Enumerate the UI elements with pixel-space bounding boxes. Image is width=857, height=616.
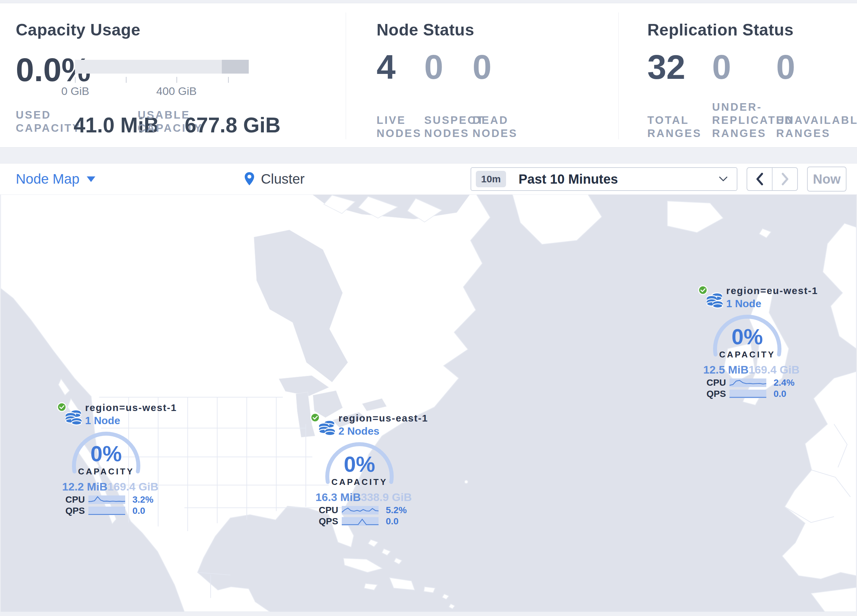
cpu-sparkline [342, 506, 379, 514]
usable-capacity-value: 677.8 GiB [185, 113, 281, 137]
region-total-capacity: 338.9 GiB [361, 491, 412, 504]
time-window-label: Past 10 Minutes [518, 172, 718, 187]
capacity-bar-segment [222, 60, 249, 74]
time-window-selector[interactable]: 10m Past 10 Minutes [470, 167, 737, 191]
cpu-label: CPU [707, 377, 727, 388]
qps-value: 0.0 [132, 506, 145, 516]
qps-sparkline [342, 517, 379, 526]
axis-tick [176, 77, 177, 83]
total-ranges-label: TOTAL RANGES [647, 114, 702, 140]
axis-tick [126, 77, 127, 83]
suspect-nodes-count: 0 [424, 50, 443, 84]
unavailable-label: UNAVAILABLE RANGES [776, 114, 857, 140]
gauge-caption: CAPACITY [331, 477, 388, 487]
capacity-gauge: 0% CAPACITY [57, 429, 155, 479]
dead-nodes-label: DEAD NODES [473, 114, 518, 140]
axis-tick [228, 77, 229, 83]
live-nodes-count: 4 [377, 50, 396, 84]
time-controls: 10m Past 10 Minutes Now [470, 164, 846, 195]
cpu-value: 2.4% [773, 377, 795, 388]
qps-label: QPS [707, 389, 727, 399]
divider [346, 12, 346, 139]
axis-tick-label: 400 GiB [144, 85, 209, 97]
gauge-caption: CAPACITY [78, 466, 135, 476]
puerto-rico [424, 587, 435, 593]
region-used-capacity: 12.5 MiB [703, 363, 749, 376]
region-node-count: 2 Nodes [339, 425, 379, 437]
used-capacity-label: USED CAPACITY [16, 108, 81, 135]
region-node-count: 1 Node [85, 415, 120, 427]
region-name: region=us-east-1 [339, 413, 428, 424]
chevron-right-icon [781, 173, 789, 185]
gauge-caption: CAPACITY [719, 350, 775, 360]
capacity-gauge: 0% CAPACITY [698, 312, 797, 362]
qps-value: 0.0 [386, 516, 399, 526]
cpu-label: CPU [65, 494, 86, 505]
chevron-down-icon [87, 176, 95, 182]
node-map[interactable]: region=us-west-1 1 Node 0% CAPACITY 12.2… [0, 195, 857, 612]
axis-tick [75, 77, 76, 83]
region-node-count: 1 Node [726, 298, 761, 310]
gauge-percent: 0% [90, 442, 122, 466]
live-nodes-label: LIVE NODES [377, 114, 422, 140]
qps-sparkline [88, 506, 125, 515]
region-name: region=us-west-1 [85, 402, 177, 413]
breadcrumb-label: Cluster [261, 171, 305, 187]
divider [619, 12, 619, 139]
gauge-percent: 0% [732, 324, 763, 349]
gauge-percent: 0% [344, 452, 375, 476]
database-stack-icon [707, 290, 724, 309]
capacity-bar [75, 60, 249, 74]
axis-tick-label: 0 GiB [42, 85, 108, 97]
qps-label: QPS [65, 506, 86, 516]
cpu-value: 3.2% [132, 494, 153, 505]
cpu-label: CPU [319, 505, 339, 516]
region-name: region=eu-west-1 [726, 285, 818, 296]
qps-value: 0.0 [773, 389, 786, 399]
view-selector-dropdown[interactable]: Node Map [16, 164, 95, 195]
database-stack-icon [65, 408, 83, 426]
cpu-sparkline [730, 378, 766, 387]
map-toolbar: Node Map Cluster 10m Past 10 Minutes [0, 163, 857, 195]
unavailable-count: 0 [776, 50, 795, 84]
region-total-capacity: 169.4 GiB [107, 480, 158, 493]
cluster-summary-panel: Capacity Usage 0.0% 0 GiB 400 GiB USED C… [0, 3, 857, 148]
next-time-button[interactable] [772, 168, 797, 190]
now-button[interactable]: Now [807, 167, 846, 191]
qps-label: QPS [319, 516, 339, 526]
map-pin-icon [243, 170, 256, 188]
cpu-value: 5.2% [386, 505, 407, 516]
chevron-left-icon [755, 173, 764, 185]
total-ranges-count: 32 [647, 50, 685, 84]
under-replicated-count: 0 [712, 50, 731, 84]
region-used-capacity: 16.3 MiB [316, 491, 361, 504]
capacity-usage-title: Capacity Usage [16, 20, 140, 39]
breadcrumb[interactable]: Cluster [243, 164, 305, 195]
region-total-capacity: 169.4 GiB [749, 363, 800, 376]
prev-time-button[interactable] [747, 168, 772, 190]
replication-status-title: Replication Status [647, 20, 794, 39]
qps-sparkline [730, 390, 766, 398]
chevron-down-icon [718, 176, 728, 182]
time-step-buttons [747, 167, 798, 191]
node-status-title: Node Status [377, 20, 474, 39]
view-selector-label: Node Map [16, 171, 79, 187]
region-used-capacity: 12.2 MiB [62, 480, 107, 493]
bermuda [465, 480, 468, 483]
database-stack-icon [319, 418, 337, 436]
time-window-badge: 10m [476, 171, 506, 187]
dead-nodes-count: 0 [473, 50, 492, 84]
capacity-gauge: 0% CAPACITY [310, 440, 409, 489]
cpu-sparkline [88, 496, 125, 504]
